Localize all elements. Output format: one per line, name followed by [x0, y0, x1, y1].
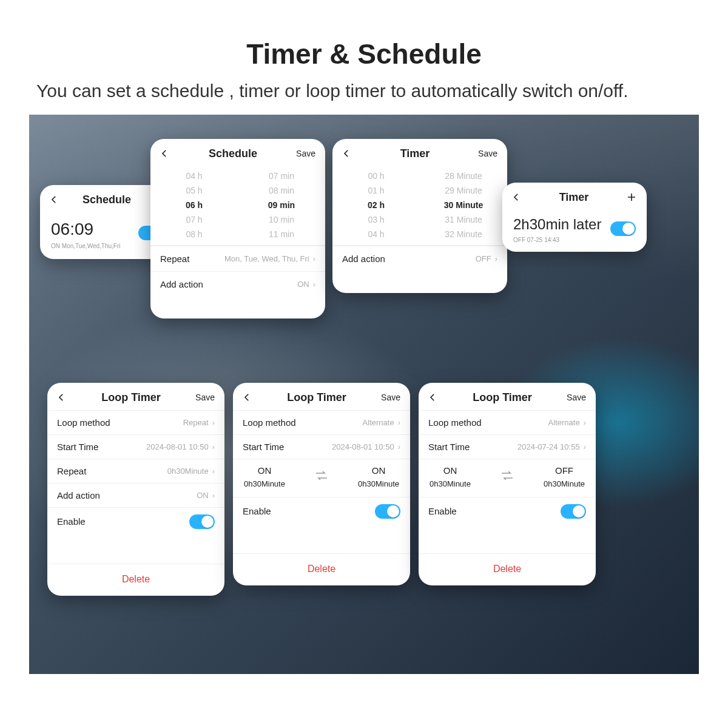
back-icon[interactable]: [427, 392, 438, 403]
enable-row: Enable: [233, 497, 410, 525]
delete-button[interactable]: Delete: [47, 564, 224, 596]
save-button[interactable]: Save: [195, 393, 215, 402]
add-icon[interactable]: [626, 192, 637, 203]
loop-timer-card-alternate-1: Loop Timer Save Loop method Alternate› S…: [233, 383, 410, 585]
enable-row: Enable: [47, 507, 224, 536]
save-button[interactable]: Save: [296, 149, 315, 158]
time-picker[interactable]: 00 h 01 h 02 h 03 h 04 h 28 Minute 29 Mi…: [332, 166, 507, 246]
start-time-row[interactable]: Start Time 2024-07-24 10:55›: [419, 434, 596, 459]
alternate-row[interactable]: ON 0h30Minute ON 0h30Minute: [233, 459, 410, 497]
schedule-status: ON Mon,Tue,Wed,Thu,Fri: [51, 243, 120, 249]
chevron-right-icon: ›: [398, 442, 400, 451]
add-action-row[interactable]: Add action OFF›: [332, 246, 507, 271]
chevron-right-icon: ›: [584, 442, 586, 451]
back-icon[interactable]: [241, 392, 252, 403]
minute-column[interactable]: 28 Minute 29 Minute 30 Minute 31 Minute …: [420, 171, 507, 239]
enable-toggle[interactable]: [561, 504, 586, 519]
start-time-row[interactable]: Start Time 2024-08-01 10:50›: [47, 434, 224, 459]
chevron-right-icon: ›: [313, 280, 315, 289]
card-title: Timer: [352, 147, 478, 160]
showcase-area: Schedule 06:09 ON Mon,Tue,Wed,Thu,Fri Sc…: [29, 115, 699, 674]
chevron-right-icon: ›: [212, 467, 215, 476]
schedule-time: 06:09: [51, 220, 120, 239]
page-subtitle: You can set a schedule , timer or loop t…: [36, 79, 686, 104]
back-icon[interactable]: [56, 392, 67, 403]
minute-column[interactable]: 07 min 08 min 09 min 10 min 11 min: [238, 171, 325, 239]
schedule-edit-card: Schedule Save 04 h 05 h 06 h 07 h 08 h 0…: [150, 139, 325, 318]
loop-timer-card-alternate-2: Loop Timer Save Loop method Alternate› S…: [419, 383, 596, 585]
back-icon[interactable]: [341, 148, 352, 159]
card-title: Loop Timer: [252, 391, 381, 404]
card-title: Loop Timer: [438, 391, 567, 404]
chevron-right-icon: ›: [212, 491, 215, 500]
back-icon[interactable]: [49, 194, 59, 205]
loop-timer-card-repeat: Loop Timer Save Loop method Repeat› Star…: [47, 383, 224, 596]
timer-sub-text: OFF 07-25 14:43: [513, 237, 601, 243]
start-time-row[interactable]: Start Time 2024-08-01 10:50›: [233, 434, 410, 459]
timer-edit-card: Timer Save 00 h 01 h 02 h 03 h 04 h 28 M…: [332, 139, 507, 293]
chevron-right-icon: ›: [584, 418, 586, 427]
back-icon[interactable]: [159, 148, 170, 159]
alternate-row[interactable]: ON 0h30Minute OFF 0h30Minute: [419, 459, 596, 497]
chevron-right-icon: ›: [495, 254, 497, 263]
time-picker[interactable]: 04 h 05 h 06 h 07 h 08 h 07 min 08 min 0…: [150, 166, 325, 246]
enable-toggle[interactable]: [375, 504, 400, 519]
enable-toggle[interactable]: [189, 514, 215, 529]
left-duration: 0h30Minute: [244, 479, 285, 488]
chevron-right-icon: ›: [398, 418, 400, 427]
left-duration: 0h30Minute: [430, 479, 471, 488]
chevron-right-icon: ›: [212, 418, 215, 427]
loop-method-row[interactable]: Loop method Repeat›: [47, 410, 224, 434]
left-state: ON: [430, 465, 471, 476]
repeat-row[interactable]: Repeat Mon, Tue, Wed, Thu, Fri›: [150, 246, 325, 271]
save-button[interactable]: Save: [381, 393, 400, 402]
card-title: Schedule: [59, 194, 154, 206]
chevron-right-icon: ›: [313, 254, 315, 263]
card-title: Schedule: [170, 147, 296, 160]
timer-toggle[interactable]: [610, 221, 636, 236]
enable-row: Enable: [419, 497, 596, 525]
card-title: Timer: [522, 191, 626, 204]
right-duration: 0h30Minute: [358, 479, 399, 488]
hour-column[interactable]: 00 h 01 h 02 h 03 h 04 h: [332, 171, 420, 239]
right-state: OFF: [544, 465, 585, 476]
chevron-right-icon: ›: [212, 442, 215, 451]
timer-main-text: 2h30min later: [513, 216, 601, 233]
page-title: Timer & Schedule: [0, 38, 728, 70]
timer-list-card: Timer 2h30min later OFF 07-25 14:43: [502, 183, 647, 252]
loop-method-row[interactable]: Loop method Alternate›: [233, 410, 410, 434]
loop-icon: [499, 470, 515, 484]
left-state: ON: [244, 465, 285, 476]
loop-method-row[interactable]: Loop method Alternate›: [419, 410, 596, 434]
loop-icon: [314, 470, 329, 484]
add-action-row[interactable]: Add action ON›: [47, 483, 224, 507]
add-action-row[interactable]: Add action ON›: [150, 271, 325, 297]
repeat-row[interactable]: Repeat 0h30Minute›: [47, 459, 224, 483]
save-button[interactable]: Save: [478, 149, 497, 158]
card-title: Loop Timer: [67, 391, 195, 404]
back-icon[interactable]: [511, 192, 522, 203]
right-state: ON: [358, 465, 399, 476]
save-button[interactable]: Save: [567, 393, 586, 402]
delete-button[interactable]: Delete: [233, 553, 410, 585]
delete-button[interactable]: Delete: [419, 553, 596, 585]
hour-column[interactable]: 04 h 05 h 06 h 07 h 08 h: [150, 171, 238, 239]
right-duration: 0h30Minute: [544, 479, 585, 488]
